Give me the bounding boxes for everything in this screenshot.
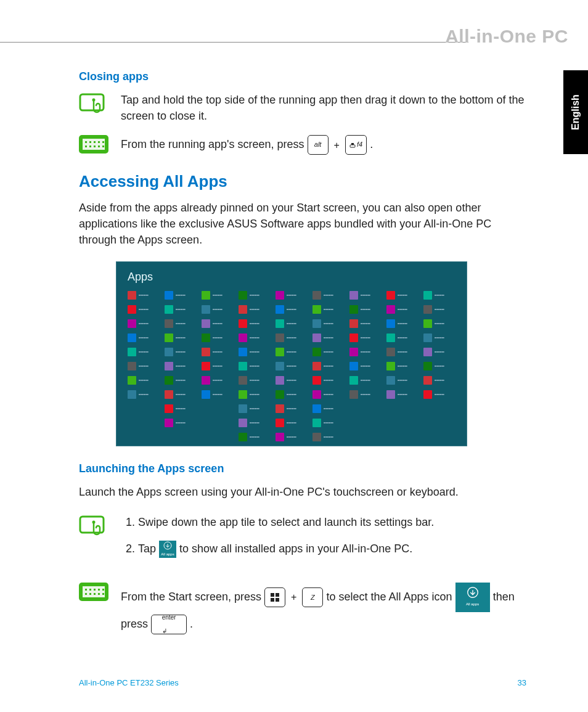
kb-text-before: From the running app's screen, press <box>121 138 308 150</box>
key-f4: f4 <box>345 135 367 155</box>
touch-icon <box>79 514 108 541</box>
launching-touch-row: Swipe down the app tile to select and la… <box>79 514 529 568</box>
all-apps-tile-icon-large: All apps <box>455 583 490 612</box>
closing-keyboard-text: From the running app's screen, press alt… <box>121 135 529 155</box>
all-apps-tile-icon: All apps <box>159 541 176 558</box>
launching-keyboard-text: From the Start screen, press + Z to sele… <box>121 583 529 637</box>
page-footer: All-in-One PC ET232 Series 33 <box>79 678 526 687</box>
launching-intro: Launch the Apps screen using your All-in… <box>79 484 529 500</box>
apps-screen-screenshot: Apps ━━━━━━━━━━━━━━━━━━━━━━━━━━━━━━━━━━━… <box>116 261 467 446</box>
heading-closing-apps: Closing apps <box>79 70 529 83</box>
closing-touch-text: Tap and hold the top side of the running… <box>121 92 529 124</box>
language-tab: English <box>563 70 588 154</box>
apps-screen-title: Apps <box>128 271 455 284</box>
touch-icon <box>79 92 108 119</box>
apps-grid: ━━━━━━━━━━━━━━━━━━━━━━━━━━━━━━━━━━━━━━━━… <box>128 290 455 444</box>
svg-rect-2 <box>350 145 355 147</box>
key-z: Z <box>302 587 323 607</box>
keyboard-icon <box>79 583 108 604</box>
key-plus: + <box>334 138 340 152</box>
key-plus: + <box>291 586 296 608</box>
keyboard-icon <box>79 135 108 156</box>
language-tab-label: English <box>570 94 581 130</box>
page-content: Closing apps Tap and hold the top side o… <box>79 70 529 647</box>
accessing-intro: Aside from the apps already pinned on yo… <box>79 200 529 248</box>
closing-touch-row: Tap and hold the top side of the running… <box>79 92 529 124</box>
svg-rect-3 <box>351 143 354 145</box>
launching-touch-steps: Swipe down the app tile to select and la… <box>121 514 529 568</box>
svg-point-5 <box>92 520 96 523</box>
footer-series: All-in-One PC ET232 Series <box>79 678 179 687</box>
heading-launching-apps: Launching the Apps screen <box>79 462 529 475</box>
launching-keyboard-row: From the Start screen, press + Z to sele… <box>79 583 529 637</box>
closing-keyboard-row: From the running app's screen, press alt… <box>79 135 529 156</box>
heading-accessing-all-apps: Accessing All Apps <box>79 172 529 191</box>
header-rule <box>0 42 468 43</box>
touch-step-1: Swipe down the app tile to select and la… <box>138 514 529 531</box>
svg-point-1 <box>92 99 96 102</box>
kb-text-after: . <box>370 138 373 150</box>
key-enter: enter↲ <box>151 615 187 634</box>
key-alt: alt <box>308 135 329 155</box>
footer-page-number: 33 <box>518 678 526 687</box>
product-title: All-in-One PC <box>445 26 568 47</box>
key-windows <box>264 587 285 607</box>
touch-step-2: Tap All apps to show all installed apps … <box>138 541 529 558</box>
